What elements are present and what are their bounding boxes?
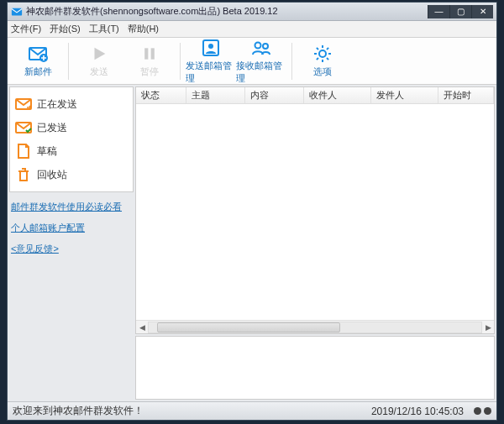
send-label: 发送 [90, 65, 108, 78]
window-title: 神农邮件群发软件(shennongsoftware.com出品) Beta 20… [26, 5, 428, 18]
folder-drafts[interactable]: 草稿 [13, 139, 129, 163]
scroll-track[interactable] [148, 322, 482, 333]
send-account-mgr-button[interactable]: 发送邮箱管理 [186, 39, 236, 83]
folder-sent[interactable]: 已发送 [13, 116, 129, 139]
pause-icon [139, 44, 160, 64]
status-datetime: 2019/12/16 10:45:03 [371, 406, 464, 417]
folder-sending[interactable]: 正在发送 [13, 92, 129, 116]
close-button[interactable]: ✕ [471, 5, 493, 18]
svg-point-7 [255, 42, 261, 48]
send-account-mgr-label: 发送邮箱管理 [186, 60, 236, 85]
svg-line-14 [317, 48, 318, 50]
play-icon [89, 44, 109, 64]
toolbar-separator [180, 43, 181, 80]
col-subject[interactable]: 主题 [186, 87, 245, 103]
menu-tools[interactable]: 工具(T) [89, 23, 119, 35]
users-icon [251, 38, 271, 58]
folder-sent-label: 已发送 [37, 121, 67, 135]
status-message: 欢迎来到神农邮件群发软件！ [13, 404, 371, 418]
sidebar: 正在发送 已发送 草稿 回收站 邮件群发软件使用必读必看 个人邮箱账户配置 [9, 86, 134, 400]
menu-bar: 文件(F) 开始(S) 工具(T) 帮助(H) [8, 21, 496, 38]
folder-trash-label: 回收站 [37, 168, 67, 182]
toolbar-separator [291, 43, 292, 80]
menu-start[interactable]: 开始(S) [50, 23, 81, 35]
folder-sending-label: 正在发送 [37, 97, 77, 112]
options-button[interactable]: 选项 [297, 39, 348, 83]
scroll-left-icon[interactable]: ◀ [136, 322, 148, 333]
col-status[interactable]: 状态 [136, 87, 186, 103]
svg-rect-0 [12, 8, 22, 15]
svg-line-17 [327, 48, 328, 50]
folder-list: 正在发送 已发送 草稿 回收站 [9, 86, 134, 192]
maximize-button[interactable]: ▢ [449, 5, 471, 18]
table-header: 状态 主题 内容 收件人 发件人 开始时 [136, 87, 494, 104]
svg-point-9 [319, 50, 326, 57]
toolbar-separator [68, 43, 69, 80]
status-indicator-icon [474, 407, 491, 415]
folder-drafts-label: 草稿 [37, 144, 57, 159]
trash-icon [15, 166, 32, 183]
new-mail-button[interactable]: 新邮件 [13, 39, 63, 83]
link-readme[interactable]: 邮件群发软件使用必读必看 [11, 201, 132, 213]
menu-file[interactable]: 文件(F) [11, 23, 41, 35]
status-bar: 欢迎来到神农邮件群发软件！ 2019/12/16 10:45:03 [8, 401, 496, 420]
mail-check-icon [15, 119, 32, 136]
svg-point-8 [263, 44, 268, 49]
horizontal-scrollbar[interactable]: ◀ ▶ [136, 320, 494, 333]
folder-trash[interactable]: 回收站 [13, 163, 129, 186]
main-area: 状态 主题 内容 收件人 发件人 开始时 ◀ ▶ [135, 86, 495, 400]
link-feedback[interactable]: <意见反馈> [11, 243, 132, 255]
body-area: 正在发送 已发送 草稿 回收站 邮件群发软件使用必读必看 个人邮箱账户配置 [8, 85, 496, 401]
scroll-thumb[interactable] [157, 322, 340, 332]
detail-panel[interactable] [135, 336, 495, 400]
recv-account-mgr-label: 接收邮箱管理 [236, 60, 286, 85]
svg-line-15 [327, 58, 328, 60]
svg-line-16 [317, 58, 318, 60]
window-controls: — ▢ ✕ [428, 5, 493, 18]
minimize-button[interactable]: — [428, 5, 449, 18]
col-from[interactable]: 发件人 [371, 87, 438, 103]
app-window: 神农邮件群发软件(shennongsoftware.com出品) Beta 20… [7, 2, 497, 421]
svg-rect-4 [151, 48, 155, 59]
col-content[interactable]: 内容 [245, 87, 304, 103]
menu-help[interactable]: 帮助(H) [128, 23, 159, 35]
app-icon [11, 6, 23, 18]
mail-plus-icon [28, 44, 48, 64]
sidebar-links: 邮件群发软件使用必读必看 个人邮箱账户配置 <意见反馈> [9, 197, 134, 259]
gear-icon [312, 44, 333, 64]
col-to[interactable]: 收件人 [304, 87, 371, 103]
svg-point-6 [208, 44, 213, 49]
table-body[interactable] [136, 104, 494, 320]
options-label: 选项 [313, 65, 332, 78]
new-mail-label: 新邮件 [24, 65, 52, 78]
contact-icon [201, 38, 221, 58]
mail-table: 状态 主题 内容 收件人 发件人 开始时 ◀ ▶ [135, 86, 495, 334]
scroll-right-icon[interactable]: ▶ [482, 322, 494, 333]
pause-button: 暂停 [124, 39, 175, 83]
pause-label: 暂停 [140, 65, 159, 78]
toolbar: 新邮件 发送 暂停 发送邮箱管理 接收邮箱管理 [8, 38, 496, 85]
mail-sending-icon [15, 96, 32, 113]
svg-rect-3 [144, 48, 148, 59]
link-personal-config[interactable]: 个人邮箱账户配置 [11, 222, 132, 234]
document-icon [15, 143, 32, 160]
col-start-time[interactable]: 开始时 [438, 87, 494, 103]
recv-account-mgr-button[interactable]: 接收邮箱管理 [236, 39, 286, 83]
title-bar[interactable]: 神农邮件群发软件(shennongsoftware.com出品) Beta 20… [8, 3, 496, 21]
send-button: 发送 [74, 39, 124, 83]
